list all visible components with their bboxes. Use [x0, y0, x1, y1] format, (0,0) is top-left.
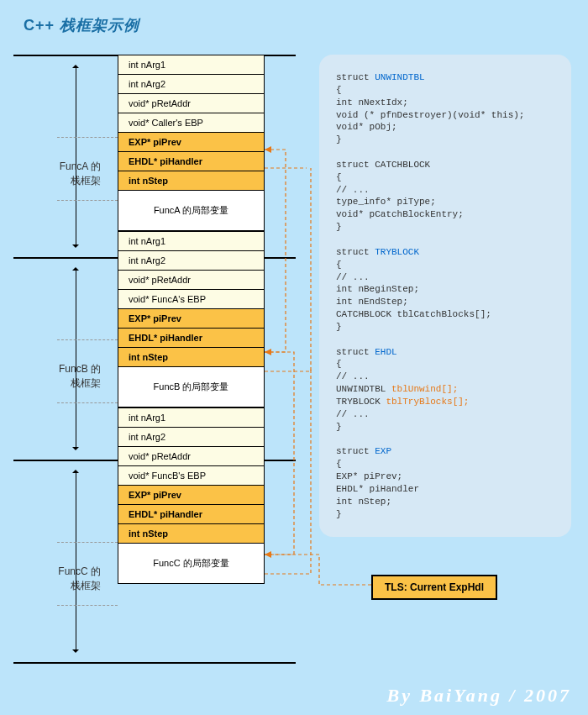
page-title: C++ 栈框架示例 [24, 15, 139, 35]
guide-line [57, 137, 118, 138]
guide-line [57, 200, 118, 201]
frame-range-arrow [76, 471, 76, 652]
stack-cell: int nStep [118, 171, 265, 191]
credit: By BaiYang / 2007 [387, 685, 572, 707]
frame-range-arrow [76, 268, 76, 450]
stack-frame: int nArg1int nArg2void* pRetAddrvoid* Fu… [118, 407, 265, 584]
stack-cell: void* pRetAddr [118, 271, 265, 290]
stack-cell: EHDL* piHandler [118, 505, 265, 524]
stack-cell: int nArg1 [118, 55, 265, 75]
stack-cell: EXP* piPrev [118, 309, 265, 329]
stack-cell: int nStep [118, 348, 265, 367]
stack-cell: void* Caller's EBP [118, 113, 265, 133]
guide-line [57, 542, 118, 543]
stack-cell: int nArg2 [118, 251, 265, 271]
guide-line [57, 605, 118, 606]
stack-cell: FuncC 的局部变量 [118, 544, 265, 584]
stack-frame: int nArg1int nArg2void* pRetAddrvoid* Fu… [118, 231, 265, 407]
stack-cell: void* pRetAddr [118, 447, 265, 466]
stack-cell: FuncB 的局部变量 [118, 367, 265, 407]
stack-cell: void* FuncA's EBP [118, 290, 265, 309]
stack-cell: void* FuncB's EBP [118, 466, 265, 486]
guide-line [57, 339, 118, 340]
stack-column: int nArg1int nArg2void* pRetAddrvoid* Ca… [118, 55, 265, 584]
stack-cell: int nArg2 [118, 75, 265, 94]
code-panel: struct UNWINDTBL{ int nNextIdx; void (* … [319, 55, 571, 537]
guide-line [57, 402, 118, 403]
svg-marker-1 [265, 146, 271, 153]
stack-cell: int nStep [118, 524, 265, 544]
title-text: 栈框架示例 [55, 17, 139, 34]
stack-cell: void* pRetAddr [118, 94, 265, 113]
stack-cell: EHDL* piHandler [118, 152, 265, 171]
stack-cell: EXP* piPrev [118, 133, 265, 152]
stack-cell: FuncA 的局部变量 [118, 191, 265, 231]
frame-range-arrow [76, 66, 76, 247]
tls-box: TLS: Current ExpHdl [371, 575, 497, 600]
separator [13, 662, 296, 664]
svg-marker-2 [265, 551, 271, 558]
stack-cell: EHDL* piHandler [118, 329, 265, 348]
frame-label: FuncB 的 栈框架 [42, 362, 101, 391]
frame-label: FuncC 的 栈框架 [42, 565, 101, 593]
stack-frame: int nArg1int nArg2void* pRetAddrvoid* Ca… [118, 55, 265, 231]
stack-cell: EXP* piPrev [118, 486, 265, 505]
stack-cell: int nArg2 [118, 428, 265, 447]
stack-cell: int nArg1 [118, 231, 265, 251]
title-cpp: C++ [24, 17, 55, 34]
svg-marker-0 [265, 349, 271, 355]
frame-label: FuncA 的 栈框架 [42, 160, 101, 188]
stack-cell: int nArg1 [118, 407, 265, 428]
